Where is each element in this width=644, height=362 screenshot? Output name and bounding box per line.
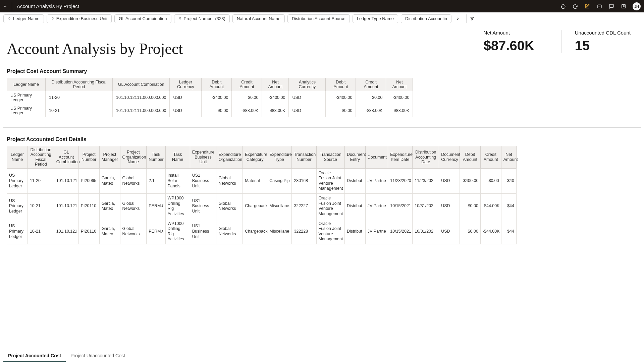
edit-button[interactable] (584, 3, 590, 9)
filter-pill[interactable]: Natural Account Name (232, 14, 285, 23)
bottom-tab[interactable]: Project Unaccounted Cost (66, 350, 130, 362)
table-cell: 11-20 (46, 91, 113, 104)
arrow-left-icon (3, 4, 7, 9)
column-header[interactable]: Analytics Currency (289, 78, 326, 91)
back-button[interactable] (3, 2, 12, 11)
column-header[interactable]: GL Account Combination (113, 78, 170, 91)
filter-label: Project Number (323) (184, 16, 225, 21)
comment-button[interactable] (608, 3, 614, 9)
summary-title: Project Cost Account Summary (7, 68, 637, 74)
comment-icon (609, 4, 614, 9)
column-header[interactable]: Debit Amount (202, 78, 232, 91)
filter-label: Distribution Accountin (405, 16, 447, 21)
filter-scroll-right[interactable] (454, 14, 462, 23)
page-header-title: Account Analysis By Project (17, 3, 79, 9)
column-header[interactable]: Task Number (147, 146, 165, 169)
column-header[interactable]: Distribution Accounting Fiscal Period (46, 78, 113, 91)
column-header[interactable]: Document Entry (344, 146, 365, 169)
table-cell: 322228 (292, 219, 316, 244)
column-header[interactable]: Transaction Source (316, 146, 344, 169)
column-header[interactable]: Ledger Name (7, 78, 46, 91)
column-header[interactable]: Debit Amount (326, 78, 356, 91)
table-cell: $44 (501, 194, 516, 219)
filter-pills: Ledger NameExpenditure Business UnitGL A… (3, 14, 451, 23)
user-avatar[interactable]: JH (633, 2, 641, 10)
svg-rect-0 (597, 5, 601, 8)
filter-bar: Ledger NameExpenditure Business UnitGL A… (0, 12, 644, 25)
column-header[interactable]: Expenditure Type (267, 146, 292, 169)
table-cell: USD (170, 104, 202, 117)
column-header[interactable]: Project Manager (99, 146, 120, 169)
filter-label: Ledger Name (13, 16, 40, 21)
detail-table[interactable]: Ledger NameDistribution Accounting Fisca… (7, 146, 517, 244)
summary-table[interactable]: Ledger NameDistribution Accounting Fisca… (7, 78, 413, 117)
table-cell: PI20110 (78, 219, 99, 244)
bottom-tabs: Project Accounted CostProject Unaccounte… (3, 350, 130, 362)
pin-icon (51, 17, 54, 20)
table-cell: US Primary Ledger (7, 104, 46, 117)
table-cell: US Primary Ledger (7, 168, 28, 194)
column-header[interactable]: Distribution Accounting Date (413, 146, 439, 169)
filter-pill[interactable]: Expenditure Business Unit (47, 14, 112, 23)
detail-table-scroll[interactable]: Ledger NameDistribution Accounting Fisca… (7, 146, 637, 247)
table-cell: Global Networks (216, 168, 243, 194)
title-kpi-row: Account Analysis by Project Net Amount $… (0, 25, 644, 58)
filter-settings-button[interactable] (466, 14, 474, 23)
table-cell: Distribut (344, 194, 365, 219)
column-header[interactable]: GL Account Combination (54, 146, 78, 169)
column-header[interactable]: Task Name (165, 146, 190, 169)
table-cell: -$88.00K (232, 104, 262, 117)
column-header[interactable]: Expenditure Category (243, 146, 267, 169)
column-header[interactable]: Document (365, 146, 388, 169)
column-header[interactable]: Credit Amount (480, 146, 501, 169)
table-cell: US1 Business Unit (190, 219, 216, 244)
table-cell: US Primary Ledger (7, 219, 28, 244)
table-cell: Distribut (344, 219, 365, 244)
refresh-button[interactable] (596, 3, 602, 9)
column-header[interactable]: Expenditure Organization (216, 146, 243, 169)
table-cell: USD (289, 91, 326, 104)
undo-button[interactable] (560, 3, 566, 9)
column-header[interactable]: Net Amount (501, 146, 516, 169)
filter-pill[interactable]: Distribution Account Source (287, 14, 350, 23)
table-row[interactable]: US Primary Ledger10-21101.10.12111.000.0… (7, 104, 413, 117)
column-header[interactable]: Net Amount (386, 78, 413, 91)
table-cell: -$88.00K (356, 104, 386, 117)
column-header[interactable]: Document Currency (439, 146, 460, 169)
column-header[interactable]: Distribution Accounting Fiscal Period (28, 146, 54, 169)
filter-pill[interactable]: Project Number (323) (174, 14, 230, 23)
table-row[interactable]: US Primary Ledger10-21101.10.1211PI20110… (7, 194, 517, 219)
table-row[interactable]: US Primary Ledger11-20101.10.1211PI20065… (7, 168, 517, 194)
column-header[interactable]: Expenditure Business Unit (190, 146, 216, 169)
table-cell: Casing Pipe (267, 168, 292, 194)
column-header[interactable]: Ledger Name (7, 146, 28, 169)
table-cell: $0.00 (232, 91, 262, 104)
filter-icon (470, 16, 474, 21)
filter-pill[interactable]: Ledger Type Name (353, 14, 398, 23)
export-button[interactable] (621, 3, 627, 9)
column-header[interactable]: Debit Amount (460, 146, 481, 169)
table-cell: $88.00K (386, 104, 413, 117)
table-cell: JV Partner Reimburse (365, 168, 388, 194)
column-header[interactable]: Project Organization Name (120, 146, 147, 169)
filter-pill[interactable]: Distribution Accountin (401, 14, 451, 23)
filter-pill[interactable]: GL Account Combination (114, 14, 171, 23)
column-header[interactable]: Ledger Currency (170, 78, 202, 91)
edit-icon (585, 4, 590, 9)
column-header[interactable]: Credit Amount (232, 78, 262, 91)
table-cell: US1 Business Unit (190, 194, 216, 219)
table-row[interactable]: US Primary Ledger11-20101.10.12111.000.0… (7, 91, 413, 104)
table-row[interactable]: US Primary Ledger10-21101.10.1211PI20110… (7, 219, 517, 244)
table-cell: -$400.00 (386, 91, 413, 104)
column-header[interactable]: Project Number (78, 146, 99, 169)
column-header[interactable]: Transaction Number (292, 146, 316, 169)
column-header[interactable]: Credit Amount (356, 78, 386, 91)
table-cell: Global Networks (120, 194, 147, 219)
table-cell: 230168 (292, 168, 316, 194)
page-title: Account Analysis by Project (7, 40, 467, 58)
redo-button[interactable] (572, 3, 578, 9)
column-header[interactable]: Net Amount (262, 78, 289, 91)
column-header[interactable]: Expenditure Item Date (388, 146, 413, 169)
bottom-tab[interactable]: Project Accounted Cost (3, 350, 66, 362)
filter-pill[interactable]: Ledger Name (3, 14, 44, 23)
